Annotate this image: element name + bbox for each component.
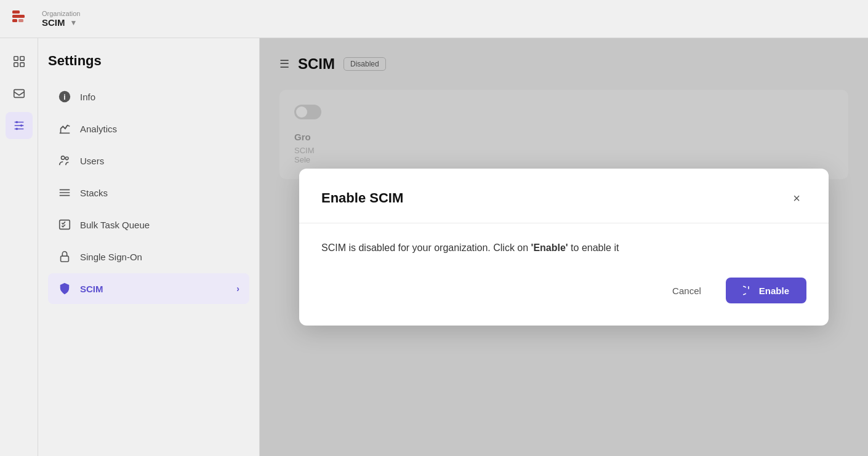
svg-point-14 <box>62 156 65 159</box>
nav-grid[interactable] <box>6 48 33 75</box>
lock-icon <box>58 250 71 263</box>
sidebar-item-users[interactable]: Users <box>48 145 249 176</box>
shield-icon <box>58 282 71 295</box>
app-logo[interactable] <box>10 8 32 30</box>
analytics-icon <box>58 122 71 135</box>
sidebar-item-analytics[interactable]: Analytics <box>48 113 249 144</box>
svg-rect-0 <box>12 10 20 14</box>
svg-point-10 <box>20 124 22 127</box>
svg-rect-2 <box>12 19 17 22</box>
chevron-down-icon: ▼ <box>70 18 78 27</box>
stacks-icon <box>58 186 71 199</box>
svg-text:i: i <box>63 93 65 102</box>
modal-divider <box>299 223 829 223</box>
enable-button[interactable]: Enable <box>726 278 806 303</box>
svg-rect-1 <box>12 15 25 18</box>
org-name: SCIM ▼ <box>42 17 80 28</box>
modal-overlay: Enable SCIM × SCIM is disabled for your … <box>260 38 868 456</box>
sidebar: Settings i Info Analytics <box>38 38 260 456</box>
org-selector[interactable]: Organization SCIM ▼ <box>42 10 80 28</box>
sidebar-item-stacks[interactable]: Stacks <box>48 177 249 208</box>
modal-title: Enable SCIM <box>321 190 403 206</box>
info-icon: i <box>58 90 71 103</box>
sidebar-item-info[interactable]: i Info <box>48 81 249 112</box>
sidebar-item-scim[interactable]: SCIM › <box>48 273 249 304</box>
svg-rect-3 <box>18 19 23 22</box>
svg-rect-4 <box>14 57 17 60</box>
modal-header: Enable SCIM × <box>321 188 806 208</box>
chevron-right-icon: › <box>236 284 239 294</box>
svg-rect-6 <box>14 63 17 66</box>
modal-footer: Cancel Enable <box>321 278 806 303</box>
svg-rect-8 <box>14 90 24 98</box>
nav-settings[interactable] <box>6 112 33 139</box>
users-icon <box>58 154 71 167</box>
modal-body: SCIM is disabled for your organization. … <box>321 241 806 255</box>
power-icon <box>743 285 754 296</box>
nav-inbox[interactable] <box>6 80 33 107</box>
task-icon <box>58 218 71 231</box>
svg-point-11 <box>15 128 18 130</box>
modal: Enable SCIM × SCIM is disabled for your … <box>299 169 829 326</box>
svg-rect-7 <box>20 63 23 66</box>
sidebar-item-sso[interactable]: Single Sign-On <box>48 241 249 272</box>
icon-nav <box>0 38 38 456</box>
svg-point-9 <box>15 121 18 124</box>
sidebar-item-bulk-task[interactable]: Bulk Task Queue <box>48 209 249 240</box>
cancel-button[interactable]: Cancel <box>657 279 716 302</box>
content-area: ☰ SCIM Disabled Gro SCIM Sele Enable SCI <box>260 38 868 456</box>
org-label: Organization <box>42 10 80 17</box>
modal-close-button[interactable]: × <box>787 188 806 208</box>
sidebar-title: Settings <box>48 53 249 69</box>
svg-rect-5 <box>20 57 23 60</box>
svg-point-15 <box>65 157 68 160</box>
topbar: Organization SCIM ▼ <box>0 0 868 38</box>
svg-rect-17 <box>61 256 69 262</box>
